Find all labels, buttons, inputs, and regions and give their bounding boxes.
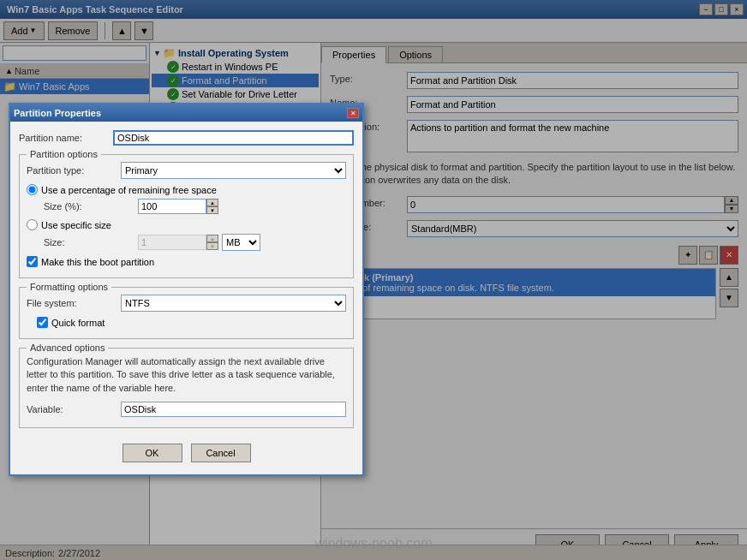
dialog-cancel-button[interactable]: Cancel <box>191 444 251 462</box>
dialog-title-text: Partition Properties <box>14 108 101 118</box>
size-unit-select[interactable]: MB GB <box>222 234 260 251</box>
size-specific-row: Size: ▲ ▼ MB GB <box>44 234 346 251</box>
size-specific-label: Size: <box>44 237 138 247</box>
size-specific-up: ▲ <box>206 235 218 242</box>
partition-type-select[interactable]: Primary Extended Logical <box>121 162 346 179</box>
size-pct-spinner: ▲ ▼ <box>206 199 218 214</box>
formatting-options-section: Formatting options File system: NTFS FAT… <box>19 287 354 339</box>
size-specific-input <box>138 235 206 250</box>
dialog-bottom-buttons: OK Cancel <box>19 437 354 466</box>
file-system-label: File system: <box>27 298 121 308</box>
dialog-close-button[interactable]: ✕ <box>347 108 359 118</box>
partition-options-section: Partition options Partition type: Primar… <box>19 154 354 278</box>
partition-name-row: Partition name: <box>19 130 354 146</box>
partition-dialog: Partition Properties ✕ Partition name: P… <box>9 103 364 476</box>
size-specific-input-group: ▲ ▼ MB GB <box>138 234 260 251</box>
partition-type-row: Partition type: Primary Extended Logical <box>27 162 346 179</box>
boot-partition-label: Make this the boot partition <box>41 257 154 267</box>
main-window: Win7 Basic Apps Task Sequence Editor − □… <box>0 0 747 560</box>
use-specific-label: Use specific size <box>41 220 111 230</box>
size-pct-up[interactable]: ▲ <box>206 199 218 206</box>
variable-input[interactable] <box>121 402 346 417</box>
use-specific-radio[interactable] <box>27 219 38 230</box>
use-percentage-radio[interactable] <box>27 184 38 195</box>
file-system-row: File system: NTFS FAT32 FAT <box>27 295 346 312</box>
boot-partition-checkbox[interactable] <box>27 256 38 267</box>
partition-options-title: Partition options <box>27 149 101 159</box>
size-pct-row: Size (%): ▲ ▼ <box>44 199 346 214</box>
size-pct-input-group: ▲ ▼ <box>138 199 218 214</box>
file-system-select[interactable]: NTFS FAT32 FAT <box>121 295 346 312</box>
dialog-ok-button[interactable]: OK <box>123 444 182 462</box>
advanced-description: Configuration Manager will automatically… <box>27 355 346 395</box>
advanced-options-section: Advanced options Configuration Manager w… <box>19 348 354 428</box>
use-percentage-row: Use a percentage of remaining free space <box>27 184 346 195</box>
variable-row: Variable: <box>27 402 346 417</box>
dialog-body: Partition name: Partition options Partit… <box>10 122 362 474</box>
partition-name-input[interactable] <box>113 130 354 146</box>
quick-format-row: Quick format <box>37 317 346 328</box>
size-specific-spinner: ▲ ▼ <box>206 235 218 250</box>
quick-format-label: Quick format <box>51 318 105 328</box>
dialog-title-bar: Partition Properties ✕ <box>10 104 362 122</box>
size-pct-label: Size (%): <box>44 201 138 211</box>
partition-name-label: Partition name: <box>19 133 113 143</box>
use-specific-row: Use specific size <box>27 219 346 230</box>
variable-label: Variable: <box>27 404 121 414</box>
formatting-options-title: Formatting options <box>27 282 111 292</box>
use-percentage-label: Use a percentage of remaining free space <box>41 185 217 195</box>
size-pct-input[interactable] <box>138 199 206 214</box>
size-pct-down[interactable]: ▼ <box>206 206 218 214</box>
advanced-options-title: Advanced options <box>27 343 108 353</box>
partition-type-label: Partition type: <box>27 165 121 176</box>
boot-partition-row: Make this the boot partition <box>27 256 346 267</box>
size-specific-down: ▼ <box>206 242 218 250</box>
dialog-overlay: Partition Properties ✕ Partition name: P… <box>0 0 747 560</box>
quick-format-checkbox[interactable] <box>37 317 48 328</box>
